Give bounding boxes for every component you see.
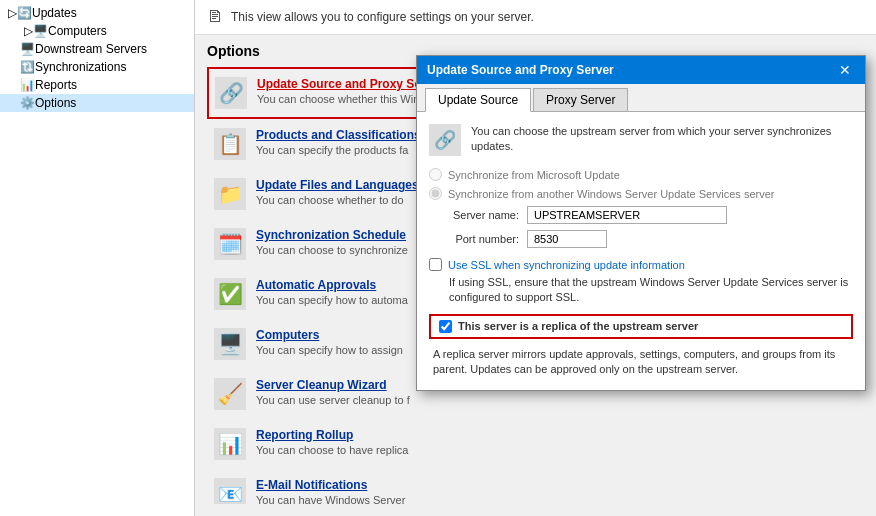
dialog-desc-text: You can choose the upstream server from …: [471, 124, 853, 155]
sidebar-item-computers[interactable]: ▷ 🖥️ Computers: [0, 22, 194, 40]
radio-wsus-server-input[interactable]: [429, 187, 442, 200]
sync-icon: 🔃: [20, 60, 35, 74]
replica-label: This server is a replica of the upstream…: [458, 320, 698, 332]
options-icon: ⚙️: [20, 96, 35, 110]
sidebar-item-downstream[interactable]: 🖥️ Downstream Servers: [0, 40, 194, 58]
sidebar-label-options: Options: [35, 96, 76, 110]
email-desc: You can have Windows Server: [256, 494, 857, 504]
ssl-label: Use SSL when synchronizing update inform…: [448, 259, 685, 271]
sidebar-label-sync: Synchronizations: [35, 60, 126, 74]
options-panel: Options 🔗 Update Source and Proxy Server…: [195, 35, 876, 516]
port-number-row: Port number:: [429, 230, 853, 248]
reporting-desc: You can choose to have replica: [256, 444, 857, 456]
updates-icon: 🔄: [17, 6, 32, 20]
computers-opt-icon: 🖥️: [214, 328, 246, 360]
info-icon: 🖹: [207, 8, 223, 26]
radio-microsoft-update-label: Synchronize from Microsoft Update: [448, 169, 620, 181]
radio-wsus-server-label: Synchronize from another Windows Server …: [448, 188, 774, 200]
email-title[interactable]: E-Mail Notifications: [256, 478, 857, 492]
reporting-text: Reporting Rollup You can choose to have …: [256, 428, 857, 456]
cleanup-icon: 🧹: [214, 378, 246, 410]
ssl-checkbox[interactable]: [429, 258, 442, 271]
reports-icon: 📊: [20, 78, 35, 92]
auto-approvals-icon: ✅: [214, 278, 246, 310]
sidebar-item-options[interactable]: ⚙️ Options: [0, 94, 194, 112]
radio-microsoft-update[interactable]: Synchronize from Microsoft Update: [429, 168, 853, 181]
expand-icon-computers: ▷: [24, 24, 33, 38]
sidebar-label-reports: Reports: [35, 78, 77, 92]
dialog-desc-icon: 🔗: [429, 124, 461, 156]
cleanup-desc: You can use server cleanup to f: [256, 394, 857, 406]
tab-proxy-server[interactable]: Proxy Server: [533, 88, 628, 111]
reporting-title[interactable]: Reporting Rollup: [256, 428, 857, 442]
ssl-checkbox-row[interactable]: Use SSL when synchronizing update inform…: [429, 258, 853, 271]
server-name-label: Server name:: [429, 209, 519, 221]
products-icon: 📋: [214, 128, 246, 160]
update-files-icon: 📁: [214, 178, 246, 210]
radio-wsus-server[interactable]: Synchronize from another Windows Server …: [429, 187, 853, 200]
sidebar-item-synchronizations[interactable]: 🔃 Synchronizations: [0, 58, 194, 76]
port-number-input[interactable]: [527, 230, 607, 248]
dialog-tabs: Update Source Proxy Server: [417, 84, 865, 112]
computers-icon: 🖥️: [33, 24, 48, 38]
sidebar-item-reports[interactable]: 📊 Reports: [0, 76, 194, 94]
sync-schedule-icon: 🗓️: [214, 228, 246, 260]
tab-update-source[interactable]: Update Source: [425, 88, 531, 112]
replica-desc: A replica server mirrors update approval…: [433, 347, 853, 378]
port-number-label: Port number:: [429, 233, 519, 245]
radio-microsoft-update-input[interactable]: [429, 168, 442, 181]
ssl-desc-text: If using SSL, ensure that the upstream W…: [449, 276, 848, 303]
dialog-update-source: Update Source and Proxy Server ✕ Update …: [416, 55, 866, 391]
sidebar-label-updates: Updates: [32, 6, 77, 20]
info-bar: 🖹 This view allows you to configure sett…: [195, 0, 876, 35]
dialog-close-button[interactable]: ✕: [835, 62, 855, 78]
update-source-icon: 🔗: [215, 77, 247, 109]
main-content: 🖹 This view allows you to configure sett…: [195, 0, 876, 516]
sidebar-item-updates[interactable]: ▷ 🔄 Updates: [0, 4, 194, 22]
dialog-desc-area: 🔗 You can choose the upstream server fro…: [429, 124, 853, 156]
dialog-content: 🔗 You can choose the upstream server fro…: [417, 112, 865, 390]
ssl-desc: If using SSL, ensure that the upstream W…: [449, 275, 853, 306]
replica-checkbox[interactable]: [439, 320, 452, 333]
sidebar-label-computers: Computers: [48, 24, 107, 38]
sidebar: ▷ 🔄 Updates ▷ 🖥️ Computers 🖥️ Downstream…: [0, 0, 195, 516]
email-text: E-Mail Notifications You can have Window…: [256, 478, 857, 504]
sidebar-label-downstream: Downstream Servers: [35, 42, 147, 56]
options-item-email[interactable]: 📧 E-Mail Notifications You can have Wind…: [207, 469, 864, 504]
email-icon: 📧: [214, 478, 246, 504]
dialog-title: Update Source and Proxy Server: [427, 63, 614, 77]
expand-icon: ▷: [8, 6, 17, 20]
dialog-titlebar: Update Source and Proxy Server ✕: [417, 56, 865, 84]
replica-checkbox-box[interactable]: This server is a replica of the upstream…: [429, 314, 853, 339]
options-item-reporting[interactable]: 📊 Reporting Rollup You can choose to hav…: [207, 419, 864, 469]
reporting-icon: 📊: [214, 428, 246, 460]
downstream-icon: 🖥️: [20, 42, 35, 56]
info-text: This view allows you to configure settin…: [231, 10, 534, 24]
server-name-row: Server name:: [429, 206, 853, 224]
server-name-input[interactable]: [527, 206, 727, 224]
